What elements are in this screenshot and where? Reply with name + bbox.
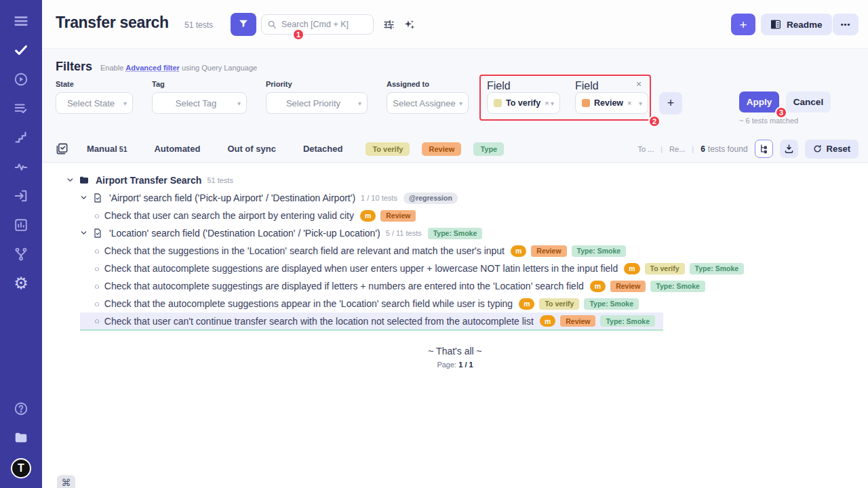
sidebar: ⚙ T [0,0,42,488]
reset-button[interactable]: Reset [805,140,859,159]
tree-view-button[interactable] [755,140,773,158]
priority-label: Priority [266,80,368,88]
adjustments-icon[interactable] [382,18,396,32]
annotation-badge-2: 2 [648,115,660,127]
manual-badge: m [624,263,639,274]
tab-manual[interactable]: Manual51 [87,144,127,154]
chevron-down-icon[interactable] [66,176,75,185]
tree-row-test[interactable]: ○ Check that autocomplete suggestions ar… [42,260,752,277]
remove-toverify-icon[interactable]: × [545,99,549,107]
page-indicator: Page: 1 / 1 [42,361,868,369]
toolbar-right: To ... | Re... | 6tests found Reset [637,140,859,159]
help-icon[interactable] [12,400,30,418]
tree-row-folder[interactable]: Airport Transfer Search 51 tests [42,171,241,189]
close-field-filter-icon[interactable]: × [636,79,642,89]
page-value: 1 / 1 [458,361,473,369]
projects-folder-icon[interactable] [12,429,30,447]
tab-automated-label: Automated [154,144,200,154]
suite-label[interactable]: 'Airport' search field ('Pick-up Airport… [109,192,355,203]
apply-button[interactable]: Apply [739,92,779,113]
tests-found-label: tests found [708,144,748,154]
filter-state: State Select State ▾ [56,80,133,114]
download-button[interactable] [780,140,798,158]
field-filter-1: Field To verify × ▾ [487,80,560,114]
add-button[interactable]: + [731,14,755,35]
truncated-review[interactable]: Re... [669,145,685,153]
tag-badge: @regression [403,192,458,204]
tree-row-test[interactable]: ○ Check that autocomplete suggestings ar… [42,277,713,295]
readme-button[interactable]: Readme [761,14,832,35]
remove-review-icon[interactable]: × [627,99,631,107]
test-label[interactable]: Check that autocomplete suggestings are … [104,281,584,291]
assignee-select[interactable]: Select Assignee ▾ [387,92,469,114]
test-label[interactable]: Check that the autocomplete suggestions … [104,298,513,309]
state-select[interactable]: Select State ▾ [56,92,133,114]
import-icon[interactable] [12,187,30,205]
search-input[interactable] [281,20,368,29]
test-circle-icon: ○ [94,281,100,291]
field-select-toverify[interactable]: To verify × ▾ [487,92,560,114]
plans-list-check-icon[interactable] [12,100,30,117]
test-circle-icon: ○ [94,316,100,326]
app-logo[interactable]: T [11,458,31,479]
review-badge: Review [560,315,595,327]
suite-label[interactable]: 'Location' search field ('Destination Lo… [109,228,380,239]
test-label[interactable]: Check that autocomplete suggestions are … [104,263,618,274]
ai-sparkles-icon[interactable] [403,18,416,32]
priority-select[interactable]: Select Priority ▾ [266,92,368,114]
chevron-down-icon[interactable] [79,228,89,238]
menu-icon[interactable] [12,12,30,30]
manual-badge: m [519,298,534,310]
caret-down-icon: ▾ [459,100,462,107]
tree-row-suite[interactable]: 'Location' search field ('Destination Lo… [42,224,490,242]
tab-manual-label: Manual [87,144,117,154]
badges: m Review Type: Smoke [511,245,626,257]
test-label[interactable]: Check that user can't continue transfer … [104,316,534,327]
field-select-review[interactable]: Review × ▾ [575,92,648,114]
manual-badge: m [360,210,376,222]
advanced-filter-link[interactable]: Advanced filter [125,64,179,72]
tree-row-test[interactable]: ○ Check that the suggestions in the 'Loc… [42,242,634,260]
steps-icon[interactable] [12,129,30,146]
cancel-button[interactable]: Cancel [786,92,831,113]
filters-head: Filters Enable Advanced filter using Que… [56,60,257,74]
tag-select[interactable]: Select Tag ▾ [152,92,247,114]
tab-out-of-sync[interactable]: Out of sync [227,144,276,154]
tab-detached-label: Detached [303,144,343,154]
select-all-icon[interactable] [56,142,69,156]
tab-detached[interactable]: Detached [303,144,343,154]
filter-button[interactable] [231,13,256,36]
tab-automated[interactable]: Automated [154,144,200,154]
pulse-icon[interactable] [12,158,30,176]
filter-selects: State Select State ▾ Tag Select Tag ▾ Pr… [56,80,469,114]
pill-to-verify[interactable]: To verify [366,142,410,156]
settings-gear-icon[interactable]: ⚙ [12,274,30,292]
runs-play-icon[interactable] [12,70,30,88]
filters-panel: Filters Enable Advanced filter using Que… [42,49,868,136]
chevron-down-icon[interactable] [79,193,89,203]
command-key-button[interactable]: ⌘ [57,475,75,488]
tree-row-test[interactable]: ○ Check that the autocomplete suggestion… [42,295,647,312]
review-badge: Review [531,245,566,257]
folder-label[interactable]: Airport Transfer Search [96,175,201,186]
test-label[interactable]: Check that the suggestions in the 'Locat… [104,245,505,256]
type-smoke-badge: Type: Smoke [428,228,483,239]
analytics-icon[interactable] [12,216,30,234]
tree-row-test[interactable]: ○ Check that user can search the airport… [42,207,424,224]
tree-row-suite[interactable]: 'Airport' search field ('Pick-up Airport… [42,189,466,207]
pill-type[interactable]: Type [473,142,504,156]
manual-badge: m [540,315,555,327]
page-title: Transfer search [56,14,169,32]
test-label[interactable]: Check that user can search the airport b… [104,210,354,221]
separator: | [692,145,694,153]
tests-check-icon[interactable] [12,41,30,59]
pill-review[interactable]: Review [422,142,461,156]
branch-icon[interactable] [12,245,30,263]
caret-down-icon: ▾ [123,100,127,107]
filter-tag: Tag Select Tag ▾ [152,80,247,114]
add-field-filter-button[interactable]: + [659,92,682,115]
tree-row-test-selected[interactable]: ○ Check that user can't continue transfe… [80,312,663,331]
truncated-to-verify[interactable]: To ... [637,145,654,153]
more-button[interactable]: ••• [833,14,859,35]
to-verify-badge: To verify [645,263,685,274]
